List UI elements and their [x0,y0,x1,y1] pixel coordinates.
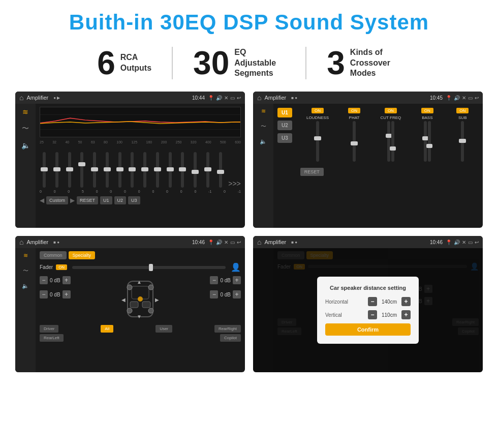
vertical-plus[interactable]: + [401,310,411,319]
bass-on[interactable]: ON [421,108,433,113]
speaker-icon[interactable]: 🔈 [21,141,30,150]
cross-reset-btn[interactable]: RESET [300,168,324,176]
wave-icon-2[interactable]: 〜 [261,123,266,130]
user-icon[interactable]: 👤 [231,262,241,272]
wave-icon[interactable]: 〜 [22,124,29,133]
screen3-time: 10:46 [192,240,205,245]
confirm-button[interactable]: Confirm [325,323,411,336]
screen4-header: ⌂ Amplifier ■ ● 10:46 📍 🔊 ✕ ▭ ↩ [253,236,483,248]
cutfreq-on[interactable]: ON [385,108,397,113]
eq-slider-13[interactable] [191,152,200,188]
back-icon-4[interactable]: ↩ [475,240,479,245]
eq-slider-11[interactable] [166,152,175,188]
user-btn[interactable]: User [155,325,172,333]
tab-specialty[interactable]: Specialty [69,251,96,259]
minimize-icon-4[interactable]: ▭ [468,240,473,245]
vol-rr-plus[interactable]: + [233,290,241,298]
screen2-status-dots: ■ ● [291,96,297,100]
close-icon-2[interactable]: ✕ [462,95,466,101]
vol-fr-plus[interactable]: + [233,276,241,284]
eq-slider-10[interactable] [153,152,162,188]
rearright-btn[interactable]: RearRight [214,325,241,333]
minimize-icon[interactable]: ▭ [230,95,235,101]
channels-row: ON LOUDNESS ON PHAT [300,108,479,162]
eq-slider-3[interactable] [65,152,74,188]
phat-slider[interactable] [353,121,356,162]
channel-bass: ON BASS [415,108,440,162]
fader-h-slider[interactable] [72,266,226,269]
fader-layout: − 0 dB + − 0 dB + [40,276,241,322]
u2-preset[interactable]: U2 [277,121,292,130]
location-icon-3: 📍 [208,240,214,245]
fader-on-btn[interactable]: ON [56,264,67,270]
home-icon-2[interactable]: ⌂ [257,94,261,102]
eq-graph [40,107,241,137]
minimize-icon-3[interactable]: ▭ [230,240,235,245]
cutfreq-sliders[interactable] [387,121,394,162]
home-icon[interactable]: ⌂ [19,94,23,102]
eq-icon-2[interactable]: ≋ [261,108,266,114]
reset-btn[interactable]: RESET [77,196,98,204]
minimize-icon-2[interactable]: ▭ [468,95,473,101]
screen4-header-icons: 📍 🔊 ✕ ▭ ↩ [446,240,479,245]
speaker-icon-3[interactable]: 🔈 [22,283,29,289]
eq-slider-6[interactable] [103,152,112,188]
back-icon[interactable]: ↩ [237,95,241,101]
custom-btn[interactable]: Custom [46,196,68,204]
eq-slider-14[interactable] [203,152,212,188]
u1-btn[interactable]: U1 [100,196,112,204]
close-icon-3[interactable]: ✕ [224,240,228,245]
close-icon[interactable]: ✕ [224,95,228,101]
car-diagram-container: ▲ ▼ ◀ ▶ [74,276,207,322]
eq-slider-9[interactable] [140,152,149,188]
driver-btn[interactable]: Driver [40,325,58,333]
close-icon-4[interactable]: ✕ [462,240,466,245]
speaker-icon-2[interactable]: 🔈 [260,138,267,145]
eq-slider-15[interactable] [216,152,225,188]
stat-crossover-label: Kinds of Crossover Modes [350,47,401,79]
loudness-slider[interactable] [316,121,319,162]
back-icon-2[interactable]: ↩ [475,95,479,101]
home-icon-4[interactable]: ⌂ [257,238,261,246]
vol-rr-minus[interactable]: − [210,290,218,298]
phat-on[interactable]: ON [348,108,360,113]
all-btn[interactable]: All [101,325,113,333]
copilot-btn[interactable]: Copilot [220,334,241,342]
eq-slider-8[interactable] [128,152,137,188]
screen4-app-title: Amplifier [264,239,286,245]
vol-fl-minus[interactable]: − [40,276,48,284]
wave-icon-3[interactable]: 〜 [23,267,28,275]
more-icon[interactable]: >>> [228,180,241,188]
eq-sliders[interactable]: >>> [40,147,241,188]
u1-preset[interactable]: U1 [277,108,292,117]
vol-fr-minus[interactable]: − [210,276,218,284]
eq-slider-7[interactable] [115,152,124,188]
back-icon-3[interactable]: ↩ [237,240,241,245]
sub-on[interactable]: ON [456,108,469,113]
vol-fl-plus[interactable]: + [63,276,71,284]
tab-common[interactable]: Common [40,251,67,259]
sub-slider[interactable] [461,121,464,162]
eq-slider-1[interactable] [40,152,49,188]
eq-slider-2[interactable] [52,152,61,188]
bass-sliders[interactable] [424,121,431,162]
eq-icon-3[interactable]: ≋ [23,252,28,259]
next-arrow[interactable]: ▶ [70,197,75,204]
eq-slider-5[interactable] [90,152,99,188]
vol-rl-minus[interactable]: − [40,290,48,298]
vol-rl-plus[interactable]: + [63,290,71,298]
rearleft-btn[interactable]: RearLeft [40,334,64,342]
u3-preset[interactable]: U3 [277,133,292,143]
loudness-on[interactable]: ON [312,108,324,113]
horizontal-minus[interactable]: − [368,297,377,306]
vertical-minus[interactable]: − [368,310,377,319]
eq-slider-4[interactable] [77,152,86,188]
eq-slider-12[interactable] [178,152,187,188]
horizontal-plus[interactable]: + [401,297,411,306]
u3-btn[interactable]: U3 [128,196,140,204]
prev-arrow[interactable]: ◀ [40,197,44,204]
home-icon-3[interactable]: ⌂ [19,238,23,246]
u2-btn[interactable]: U2 [114,196,127,204]
horizontal-label: Horizontal [325,299,348,305]
eq-icon[interactable]: ≋ [22,108,28,116]
